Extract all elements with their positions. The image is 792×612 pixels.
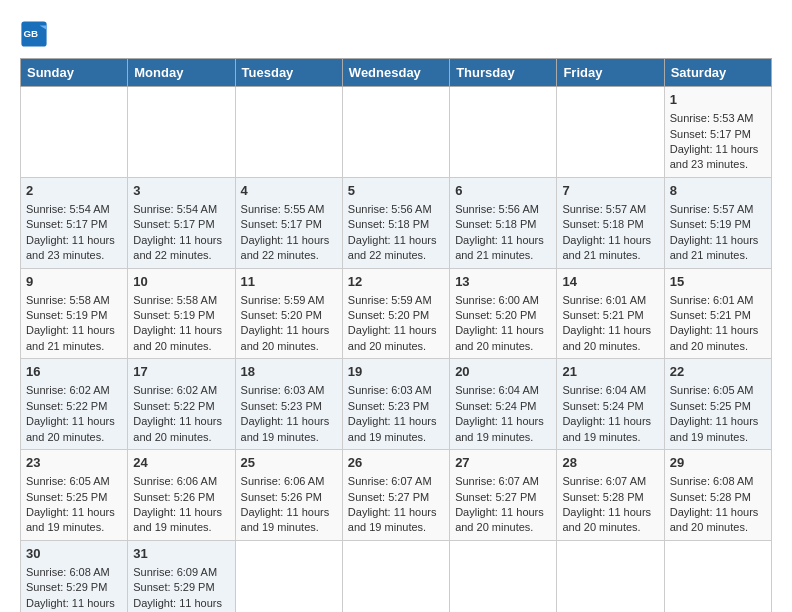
calendar-cell: 18Sunrise: 6:03 AM Sunset: 5:23 PM Dayli… [235,359,342,450]
day-info: Sunrise: 6:08 AM Sunset: 5:29 PM Dayligh… [26,566,115,612]
day-info: Sunrise: 5:58 AM Sunset: 5:19 PM Dayligh… [26,294,115,352]
calendar-cell [235,87,342,178]
calendar-cell: 27Sunrise: 6:07 AM Sunset: 5:27 PM Dayli… [450,450,557,541]
col-header-saturday: Saturday [664,59,771,87]
day-info: Sunrise: 6:03 AM Sunset: 5:23 PM Dayligh… [348,384,437,442]
calendar-cell [450,87,557,178]
calendar-cell: 11Sunrise: 5:59 AM Sunset: 5:20 PM Dayli… [235,268,342,359]
calendar-cell: 1Sunrise: 5:53 AM Sunset: 5:17 PM Daylig… [664,87,771,178]
day-info: Sunrise: 6:01 AM Sunset: 5:21 PM Dayligh… [670,294,759,352]
day-info: Sunrise: 6:05 AM Sunset: 5:25 PM Dayligh… [670,384,759,442]
day-info: Sunrise: 6:00 AM Sunset: 5:20 PM Dayligh… [455,294,544,352]
calendar-cell [21,87,128,178]
calendar-cell: 5Sunrise: 5:56 AM Sunset: 5:18 PM Daylig… [342,177,449,268]
col-header-monday: Monday [128,59,235,87]
day-info: Sunrise: 6:05 AM Sunset: 5:25 PM Dayligh… [26,475,115,533]
day-number: 13 [455,273,551,291]
calendar-cell: 24Sunrise: 6:06 AM Sunset: 5:26 PM Dayli… [128,450,235,541]
day-info: Sunrise: 5:59 AM Sunset: 5:20 PM Dayligh… [348,294,437,352]
calendar-cell: 7Sunrise: 5:57 AM Sunset: 5:18 PM Daylig… [557,177,664,268]
day-number: 8 [670,182,766,200]
calendar-cell: 25Sunrise: 6:06 AM Sunset: 5:26 PM Dayli… [235,450,342,541]
calendar-row: 9Sunrise: 5:58 AM Sunset: 5:19 PM Daylig… [21,268,772,359]
day-info: Sunrise: 5:53 AM Sunset: 5:17 PM Dayligh… [670,112,759,170]
day-info: Sunrise: 6:01 AM Sunset: 5:21 PM Dayligh… [562,294,651,352]
day-number: 16 [26,363,122,381]
day-number: 22 [670,363,766,381]
col-header-tuesday: Tuesday [235,59,342,87]
calendar-cell [450,540,557,612]
calendar-cell: 12Sunrise: 5:59 AM Sunset: 5:20 PM Dayli… [342,268,449,359]
day-number: 15 [670,273,766,291]
day-info: Sunrise: 6:07 AM Sunset: 5:27 PM Dayligh… [455,475,544,533]
day-number: 28 [562,454,658,472]
day-number: 25 [241,454,337,472]
day-info: Sunrise: 6:03 AM Sunset: 5:23 PM Dayligh… [241,384,330,442]
calendar-cell: 23Sunrise: 6:05 AM Sunset: 5:25 PM Dayli… [21,450,128,541]
calendar-cell: 13Sunrise: 6:00 AM Sunset: 5:20 PM Dayli… [450,268,557,359]
calendar-cell: 8Sunrise: 5:57 AM Sunset: 5:19 PM Daylig… [664,177,771,268]
day-info: Sunrise: 5:56 AM Sunset: 5:18 PM Dayligh… [455,203,544,261]
calendar-cell [557,540,664,612]
day-info: Sunrise: 6:08 AM Sunset: 5:28 PM Dayligh… [670,475,759,533]
day-info: Sunrise: 5:58 AM Sunset: 5:19 PM Dayligh… [133,294,222,352]
calendar-cell: 6Sunrise: 5:56 AM Sunset: 5:18 PM Daylig… [450,177,557,268]
day-number: 4 [241,182,337,200]
calendar-cell [664,540,771,612]
day-number: 17 [133,363,229,381]
day-number: 29 [670,454,766,472]
calendar-row: 16Sunrise: 6:02 AM Sunset: 5:22 PM Dayli… [21,359,772,450]
calendar-cell [235,540,342,612]
calendar-cell: 30Sunrise: 6:08 AM Sunset: 5:29 PM Dayli… [21,540,128,612]
day-info: Sunrise: 5:57 AM Sunset: 5:19 PM Dayligh… [670,203,759,261]
calendar-cell [557,87,664,178]
day-number: 6 [455,182,551,200]
day-number: 3 [133,182,229,200]
day-info: Sunrise: 5:54 AM Sunset: 5:17 PM Dayligh… [133,203,222,261]
calendar-cell: 17Sunrise: 6:02 AM Sunset: 5:22 PM Dayli… [128,359,235,450]
calendar-cell: 29Sunrise: 6:08 AM Sunset: 5:28 PM Dayli… [664,450,771,541]
day-info: Sunrise: 5:59 AM Sunset: 5:20 PM Dayligh… [241,294,330,352]
calendar-cell: 21Sunrise: 6:04 AM Sunset: 5:24 PM Dayli… [557,359,664,450]
day-number: 26 [348,454,444,472]
page-header: GB [20,20,772,48]
calendar-cell: 10Sunrise: 5:58 AM Sunset: 5:19 PM Dayli… [128,268,235,359]
day-number: 5 [348,182,444,200]
day-number: 30 [26,545,122,563]
day-number: 7 [562,182,658,200]
calendar-cell: 2Sunrise: 5:54 AM Sunset: 5:17 PM Daylig… [21,177,128,268]
logo: GB [20,20,52,48]
day-info: Sunrise: 6:07 AM Sunset: 5:28 PM Dayligh… [562,475,651,533]
day-info: Sunrise: 5:54 AM Sunset: 5:17 PM Dayligh… [26,203,115,261]
day-number: 20 [455,363,551,381]
day-number: 19 [348,363,444,381]
col-header-sunday: Sunday [21,59,128,87]
calendar-cell: 4Sunrise: 5:55 AM Sunset: 5:17 PM Daylig… [235,177,342,268]
calendar-cell: 14Sunrise: 6:01 AM Sunset: 5:21 PM Dayli… [557,268,664,359]
col-header-thursday: Thursday [450,59,557,87]
header-row: SundayMondayTuesdayWednesdayThursdayFrid… [21,59,772,87]
logo-icon: GB [20,20,48,48]
calendar-cell: 26Sunrise: 6:07 AM Sunset: 5:27 PM Dayli… [342,450,449,541]
calendar-cell: 20Sunrise: 6:04 AM Sunset: 5:24 PM Dayli… [450,359,557,450]
day-info: Sunrise: 6:04 AM Sunset: 5:24 PM Dayligh… [562,384,651,442]
col-header-wednesday: Wednesday [342,59,449,87]
calendar-cell: 28Sunrise: 6:07 AM Sunset: 5:28 PM Dayli… [557,450,664,541]
day-number: 14 [562,273,658,291]
calendar-cell: 22Sunrise: 6:05 AM Sunset: 5:25 PM Dayli… [664,359,771,450]
day-number: 27 [455,454,551,472]
calendar-cell: 31Sunrise: 6:09 AM Sunset: 5:29 PM Dayli… [128,540,235,612]
calendar-row: 30Sunrise: 6:08 AM Sunset: 5:29 PM Dayli… [21,540,772,612]
day-number: 2 [26,182,122,200]
day-info: Sunrise: 6:06 AM Sunset: 5:26 PM Dayligh… [241,475,330,533]
day-info: Sunrise: 6:04 AM Sunset: 5:24 PM Dayligh… [455,384,544,442]
day-number: 11 [241,273,337,291]
svg-text:GB: GB [24,28,39,39]
day-info: Sunrise: 5:56 AM Sunset: 5:18 PM Dayligh… [348,203,437,261]
calendar-cell: 19Sunrise: 6:03 AM Sunset: 5:23 PM Dayli… [342,359,449,450]
col-header-friday: Friday [557,59,664,87]
calendar-cell: 16Sunrise: 6:02 AM Sunset: 5:22 PM Dayli… [21,359,128,450]
calendar-cell: 9Sunrise: 5:58 AM Sunset: 5:19 PM Daylig… [21,268,128,359]
calendar-cell [342,87,449,178]
day-info: Sunrise: 6:09 AM Sunset: 5:29 PM Dayligh… [133,566,222,612]
